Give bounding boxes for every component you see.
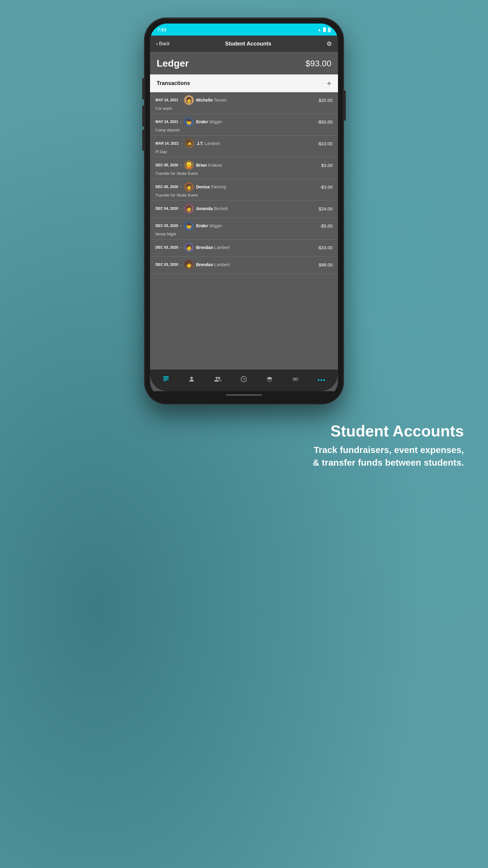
home-indicator — [150, 391, 338, 398]
status-time: 7:53 — [157, 27, 166, 32]
table-row[interactable]: DEC 03, 2020 • 👦 Ender Wiggin -$5.00 Mov… — [150, 218, 338, 240]
svg-rect-0 — [163, 376, 169, 377]
transaction-name: Michelle Tanner — [196, 98, 227, 102]
transaction-amount: $3.00 — [321, 163, 332, 168]
graduation-icon — [266, 375, 273, 384]
transaction-amount: -$10.00 — [317, 141, 332, 146]
transaction-date: DEC 05, 2020 — [156, 163, 178, 167]
table-row[interactable]: DEC 04, 2020 • 👩 Amanda Beckett $24.00 — [150, 201, 338, 218]
feature-section: Student Accounts Track fundraisers, even… — [0, 422, 488, 469]
svg-marker-8 — [267, 377, 272, 380]
table-row[interactable]: MAY 14, 2021 • 👩 Michelle Tanner $20.00 … — [150, 92, 338, 114]
ledger-tab-icon — [162, 375, 170, 384]
transactions-header: Transactions + — [150, 74, 338, 92]
svg-point-10 — [295, 378, 298, 380]
status-icons: ▲ ▉ ▓ — [318, 27, 331, 32]
tab-clock[interactable] — [236, 373, 251, 388]
ledger-title: Ledger — [157, 58, 189, 69]
avatar: 👩 — [184, 182, 194, 192]
transaction-amount: -$33.00 — [317, 245, 332, 250]
transaction-description: Pi Day — [156, 150, 332, 154]
transactions-label: Transactions — [157, 80, 190, 87]
wifi-icon: ▲ — [318, 27, 321, 32]
nav-title: Student Accounts — [225, 41, 271, 47]
transaction-date: DEC 05, 2020 — [156, 185, 178, 189]
svg-point-6 — [218, 377, 220, 379]
transactions-list: MAY 14, 2021 • 👩 Michelle Tanner $20.00 … — [150, 92, 338, 370]
svg-rect-2 — [163, 379, 169, 380]
transaction-description: Camp deposit — [156, 128, 332, 132]
tab-graduation[interactable] — [262, 373, 277, 388]
avatar: 🧑 — [184, 243, 194, 252]
feature-desc-line2: & transfer funds between students. — [313, 458, 464, 467]
transaction-date: DEC 03, 2020 — [156, 245, 178, 250]
transaction-description: Movie Night — [156, 232, 332, 236]
transaction-name: J.T. Lambert — [197, 141, 220, 146]
tab-ledger[interactable] — [159, 373, 173, 388]
signal-icon: ▉ — [323, 27, 326, 32]
transaction-amount: $24.00 — [319, 206, 332, 211]
nav-bar: ‹ Back Student Accounts ⚙ — [150, 36, 338, 52]
transaction-name: Brian Krakow — [196, 163, 222, 167]
bottom-tab-bar: ••• — [150, 370, 338, 391]
ledger-amount: $93.00 — [305, 59, 331, 68]
phone-wrapper: 7:53 ▲ ▉ ▓ ‹ Back Student Accounts ⚙ Led… — [144, 18, 344, 404]
add-transaction-button[interactable]: + — [327, 79, 331, 88]
feature-title: Student Accounts — [0, 422, 464, 440]
table-row[interactable]: DEC 05, 2020 • 👱 Brian Krakow $3.00 Tran… — [150, 157, 338, 179]
table-row[interactable]: DEC 03, 2020 • 🧑 Brendan Lambert $88.00 — [150, 257, 338, 274]
ledger-header: Ledger $93.00 — [150, 52, 338, 74]
transaction-date: MAR 14, 2021 — [156, 141, 178, 146]
transaction-date: MAY 14, 2021 — [156, 98, 178, 102]
transaction-description: Transfer for Skate Event — [156, 193, 332, 197]
table-row[interactable]: DEC 03, 2020 • 🧑 Brendan Lambert -$33.00 — [150, 240, 338, 257]
transaction-amount: -$5.00 — [320, 223, 332, 228]
transaction-name: Ender Wiggin — [196, 119, 222, 124]
tab-person[interactable] — [184, 373, 199, 388]
group-icon — [214, 375, 222, 384]
avatar: 👩 — [184, 95, 194, 105]
phone-screen: 7:53 ▲ ▉ ▓ ‹ Back Student Accounts ⚙ Led… — [150, 24, 338, 398]
transaction-description: Car wash — [156, 106, 332, 111]
tab-group[interactable] — [210, 373, 225, 388]
transaction-name: Amanda Beckett — [196, 206, 228, 211]
transaction-date: DEC 03, 2020 — [156, 224, 178, 228]
more-icon: ••• — [318, 377, 326, 384]
transaction-amount: -$50.00 — [317, 119, 332, 124]
transaction-amount: $88.00 — [319, 262, 332, 267]
table-row[interactable]: DEC 05, 2020 • 👩 Denise Fleming -$3.00 T… — [150, 179, 338, 201]
transaction-name: Brendan Lambert — [196, 245, 230, 250]
gear-icon[interactable]: ⚙ — [327, 40, 332, 47]
svg-point-9 — [293, 378, 295, 380]
transaction-name: Ender Wiggin — [196, 223, 222, 228]
table-row[interactable]: MAR 14, 2021 • 🧔 J.T. Lambert -$10.00 Pi… — [150, 135, 338, 157]
link-icon — [292, 375, 299, 384]
avatar: 👦 — [184, 117, 194, 127]
phone-shell: 7:53 ▲ ▉ ▓ ‹ Back Student Accounts ⚙ Led… — [144, 18, 344, 404]
transaction-date: MAY 14, 2021 — [156, 120, 178, 124]
feature-desc-line1: Track fundraisers, event expenses, — [314, 445, 464, 455]
clock-icon — [240, 375, 247, 384]
tab-more[interactable]: ••• — [314, 374, 329, 387]
battery-icon: ▓ — [328, 27, 331, 32]
tab-link[interactable] — [288, 373, 303, 388]
back-label: Back — [159, 41, 170, 46]
svg-point-5 — [216, 377, 218, 379]
avatar: 🧑 — [184, 260, 194, 270]
transaction-description: Transfer for Skate Event — [156, 171, 332, 176]
table-row[interactable]: MAY 14, 2021 • 👦 Ender Wiggin -$50.00 Ca… — [150, 114, 338, 135]
transaction-name: Brendan Lambert — [196, 262, 230, 267]
transaction-name: Denise Fleming — [196, 184, 226, 189]
feature-description: Track fundraisers, event expenses, & tra… — [0, 444, 464, 469]
avatar: 👦 — [184, 221, 194, 230]
transaction-date: DEC 03, 2020 — [156, 262, 178, 267]
home-bar — [226, 394, 262, 396]
back-button[interactable]: ‹ Back — [156, 41, 170, 47]
transaction-date: DEC 04, 2020 — [156, 207, 178, 211]
avatar: 🧔 — [185, 138, 194, 148]
svg-rect-3 — [163, 380, 167, 381]
svg-rect-1 — [163, 378, 169, 378]
status-bar: 7:53 ▲ ▉ ▓ — [150, 24, 338, 36]
transaction-amount: $20.00 — [319, 98, 332, 103]
transaction-amount: -$3.00 — [320, 184, 332, 190]
